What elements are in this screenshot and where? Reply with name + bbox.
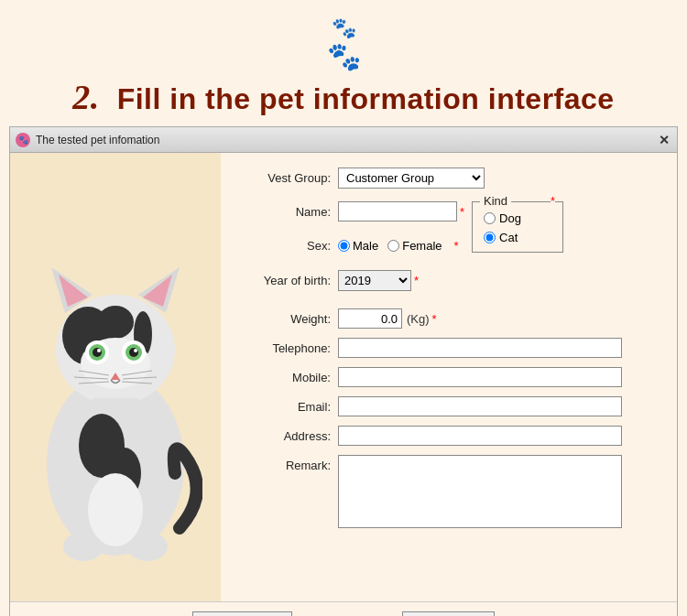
name-label: Name: bbox=[239, 205, 331, 219]
year-select[interactable]: 2019 2020 2021 2022 2018 2017 2016 bbox=[338, 270, 411, 291]
sex-female-option[interactable]: Female bbox=[387, 239, 442, 253]
weight-input[interactable] bbox=[338, 308, 402, 329]
kind-required: * bbox=[551, 194, 555, 208]
remark-textarea[interactable] bbox=[338, 455, 622, 528]
svg-point-15 bbox=[129, 348, 138, 357]
dialog-window: 🐾 The tested pet infomation ✕ bbox=[9, 126, 678, 616]
name-row: Name: * bbox=[239, 201, 464, 222]
telephone-input[interactable] bbox=[338, 338, 622, 358]
title-number: 2. bbox=[72, 78, 100, 116]
weight-unit: (Kg) bbox=[407, 312, 430, 326]
year-label: Year of birth: bbox=[239, 274, 331, 287]
email-input[interactable] bbox=[338, 396, 622, 416]
cat-illustration bbox=[28, 180, 202, 574]
kind-cat-option[interactable]: Cat bbox=[484, 231, 551, 244]
paw-decoration: 🐾 🐾 bbox=[0, 16, 687, 73]
title-text: Fill in the pet information interface bbox=[117, 82, 615, 115]
sex-radio-group: Male Female * bbox=[338, 239, 459, 253]
window-titlebar: 🐾 The tested pet infomation ✕ bbox=[10, 127, 677, 153]
vest-group-label: Vest Group: bbox=[239, 171, 331, 185]
svg-point-30 bbox=[88, 473, 143, 546]
svg-point-17 bbox=[134, 349, 137, 352]
sex-male-label: Male bbox=[353, 239, 378, 253]
paw-small-icon: 🐾 bbox=[332, 16, 356, 40]
exit-button[interactable]: Exit(X) bbox=[402, 611, 495, 616]
email-label: Email: bbox=[239, 400, 331, 414]
year-required: * bbox=[414, 274, 419, 287]
window-title: The tested pet infomation bbox=[36, 134, 657, 146]
remark-row: Remark: bbox=[239, 455, 660, 528]
mobile-input[interactable] bbox=[338, 367, 622, 387]
window-footer: Save(S) Exit(X) bbox=[10, 601, 677, 616]
vest-group-select[interactable]: Customer Group Group A Group B bbox=[338, 168, 485, 189]
window-app-icon: 🐾 bbox=[16, 133, 30, 147]
paw-large-icon: 🐾 bbox=[327, 40, 361, 73]
kind-dog-label: Dog bbox=[499, 211, 521, 225]
window-body: Vest Group: Customer Group Group A Group… bbox=[10, 153, 677, 601]
kind-dog-radio[interactable] bbox=[484, 212, 496, 224]
sex-female-radio[interactable] bbox=[387, 240, 399, 252]
svg-rect-25 bbox=[93, 398, 138, 415]
weight-label: Weight: bbox=[239, 312, 331, 326]
svg-point-16 bbox=[97, 349, 101, 352]
mid-section: Name: * Sex: Male bbox=[239, 201, 660, 338]
cat-image-panel bbox=[10, 153, 221, 601]
save-button[interactable]: Save(S) bbox=[192, 611, 292, 616]
name-input[interactable] bbox=[338, 201, 457, 222]
svg-point-7 bbox=[97, 306, 134, 339]
sex-required: * bbox=[454, 239, 459, 253]
address-row: Address: bbox=[239, 426, 660, 446]
kind-group: Kind * Dog Cat bbox=[472, 201, 563, 253]
mobile-label: Mobile: bbox=[239, 371, 331, 384]
email-row: Email: bbox=[239, 396, 660, 416]
kind-cat-label: Cat bbox=[499, 231, 518, 244]
weight-row: Weight: (Kg) * bbox=[239, 308, 464, 329]
window-close-button[interactable]: ✕ bbox=[657, 133, 671, 147]
sex-label: Sex: bbox=[239, 239, 331, 253]
svg-point-14 bbox=[93, 348, 102, 357]
mobile-row: Mobile: bbox=[239, 367, 660, 387]
kind-legend: Kind bbox=[480, 194, 511, 208]
header-area: 🐾 🐾 2. Fill in the pet information inter… bbox=[0, 0, 687, 126]
kind-options: Dog Cat bbox=[484, 211, 551, 244]
name-required: * bbox=[460, 205, 464, 219]
kind-cat-radio[interactable] bbox=[484, 232, 496, 243]
address-input[interactable] bbox=[338, 426, 622, 446]
left-fields: Name: * Sex: Male bbox=[239, 201, 464, 338]
telephone-row: Telephone: bbox=[239, 338, 660, 358]
telephone-label: Telephone: bbox=[239, 341, 331, 355]
address-label: Address: bbox=[239, 429, 331, 443]
sex-female-label: Female bbox=[402, 239, 442, 253]
sex-male-radio[interactable] bbox=[338, 240, 350, 252]
year-row: Year of birth: 2019 2020 2021 2022 2018 … bbox=[239, 270, 464, 291]
sex-male-option[interactable]: Male bbox=[338, 239, 378, 253]
sex-row: Sex: Male Female * bbox=[239, 239, 464, 253]
kind-dog-option[interactable]: Dog bbox=[484, 211, 551, 225]
form-panel: Vest Group: Customer Group Group A Group… bbox=[221, 153, 677, 601]
vest-group-row: Vest Group: Customer Group Group A Group… bbox=[239, 168, 660, 189]
page-title: 2. Fill in the pet information interface bbox=[0, 77, 687, 117]
remark-label: Remark: bbox=[239, 459, 331, 472]
weight-required: * bbox=[432, 312, 437, 326]
